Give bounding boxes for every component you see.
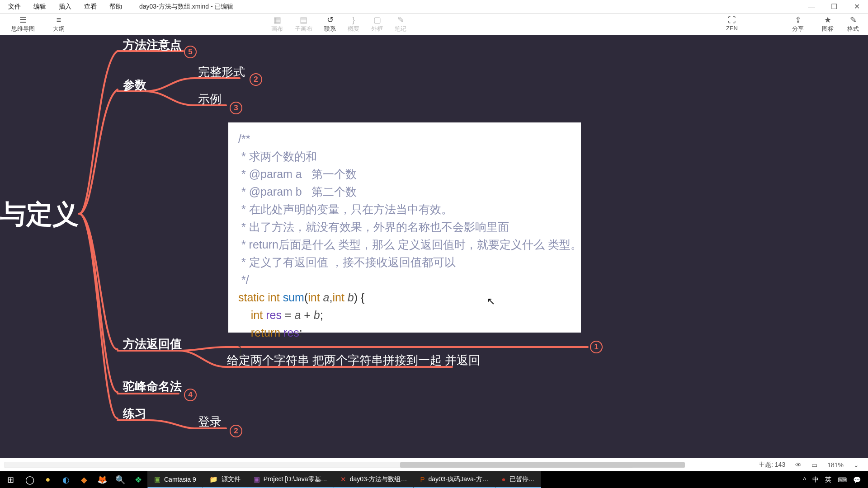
code-preview: /** * 求两个数的和 * @param a 第一个数 * @param b … bbox=[228, 122, 581, 333]
icon-panel-button[interactable]: ★图标 bbox=[822, 16, 834, 33]
zoom-chevron-icon[interactable]: ⌄ bbox=[854, 461, 859, 469]
notifications-icon[interactable]: 💬 bbox=[853, 476, 861, 483]
format-panel-label: 格式 bbox=[847, 25, 859, 33]
visibility-icon[interactable]: 👁 bbox=[795, 461, 802, 469]
share-button[interactable]: ⇪分享 bbox=[792, 16, 804, 33]
mindmap-canvas[interactable]: 与定义 方法注意点 5 参数 完整形式 2 示例 3 方法返回值 1 给定两个字… bbox=[0, 35, 868, 471]
zoom-level[interactable]: 181% bbox=[827, 461, 844, 469]
zen-label: ZEN bbox=[726, 25, 738, 32]
edge-icon[interactable]: ◐ bbox=[57, 475, 75, 485]
firefox-icon[interactable]: 🦊 bbox=[93, 475, 111, 485]
badge-1: 1 bbox=[590, 341, 603, 353]
horizontal-scrollbar[interactable] bbox=[5, 462, 633, 468]
task-ppt-label: day03-疯码Java-方… bbox=[428, 475, 488, 483]
task-folder-label: 源文件 bbox=[222, 475, 241, 483]
ime-en[interactable]: 英 bbox=[825, 476, 831, 484]
zen-button[interactable]: ⛶ZEN bbox=[726, 16, 738, 33]
share-label: 分享 bbox=[792, 25, 804, 33]
node-practice[interactable]: 练习 bbox=[123, 406, 146, 422]
view-mindmap-button[interactable]: ☰思维导图 bbox=[11, 16, 35, 33]
badge-2a: 2 bbox=[250, 73, 262, 86]
tool-boundary[interactable]: ▢外框 bbox=[371, 16, 383, 33]
task-xmind[interactable]: ✕day03-方法与数组… bbox=[334, 471, 414, 488]
task-folder[interactable]: 📁源文件 bbox=[203, 471, 247, 488]
task-camtasia[interactable]: ▣Camtasia 9 bbox=[147, 471, 203, 488]
tool-summary-label: 概要 bbox=[348, 25, 359, 33]
menu-help[interactable]: 帮助 bbox=[109, 3, 122, 11]
badge-5: 5 bbox=[184, 46, 197, 58]
task-rec-label: 已暂停… bbox=[509, 475, 535, 483]
tool-boundary-label: 外框 bbox=[371, 25, 383, 33]
node-camelcase[interactable]: 驼峰命名法 bbox=[123, 379, 182, 394]
menu-edit[interactable]: 编辑 bbox=[33, 3, 46, 11]
node-return[interactable]: 方法返回值 bbox=[123, 336, 182, 352]
tool-subcanvas[interactable]: ▤子画布 bbox=[295, 16, 312, 33]
topic-count-label: 主题: 143 bbox=[759, 461, 785, 469]
task-powerpoint[interactable]: Pday03-疯码Java-方… bbox=[413, 471, 495, 488]
system-tray[interactable]: ^ 中 英 ⌨ 💬 bbox=[796, 476, 868, 484]
root-node[interactable]: 与定义 bbox=[0, 197, 79, 232]
tray-chevron-icon[interactable]: ^ bbox=[803, 476, 806, 483]
window-close-button[interactable]: ✕ bbox=[845, 0, 868, 14]
menu-file[interactable]: 文件 bbox=[8, 3, 21, 11]
tool-relationship[interactable]: ↺联系 bbox=[324, 16, 336, 33]
app-icon-2[interactable]: ❖ bbox=[129, 475, 147, 485]
badge-2b: 2 bbox=[230, 425, 242, 437]
start-button[interactable]: ⊞ bbox=[0, 475, 21, 485]
task-project-label: Project [D:\Java零基… bbox=[264, 475, 327, 483]
tool-canvas-label: 画布 bbox=[271, 25, 283, 33]
view-outline-label: 大纲 bbox=[53, 25, 65, 33]
node-login[interactable]: 登录 bbox=[198, 414, 222, 430]
tool-relationship-label: 联系 bbox=[324, 25, 336, 33]
view-outline-button[interactable]: ≡大纲 bbox=[53, 16, 65, 33]
tool-note[interactable]: ✎笔记 bbox=[395, 16, 406, 33]
badge-4: 4 bbox=[184, 389, 197, 401]
windows-taskbar[interactable]: ⊞ ◯ ● ◐ ◆ 🦊 🔍 ❖ ▣Camtasia 9 📁源文件 ▣Projec… bbox=[0, 471, 868, 488]
tool-summary[interactable]: }概要 bbox=[348, 16, 359, 33]
format-panel-button[interactable]: ✎格式 bbox=[847, 16, 859, 33]
badge-3: 3 bbox=[230, 102, 242, 114]
window-maximize-button[interactable]: ☐ bbox=[823, 0, 845, 14]
icon-panel-label: 图标 bbox=[822, 25, 834, 33]
window-minimize-button[interactable]: — bbox=[800, 0, 823, 14]
status-bar: 主题: 143 👁 ▭ 181% ⌄ bbox=[0, 458, 868, 471]
document-title: day03-方法与数组.xmind - 已编辑 bbox=[130, 3, 233, 11]
node-full-form[interactable]: 完整形式 bbox=[198, 64, 245, 80]
menu-view[interactable]: 查看 bbox=[84, 3, 97, 11]
menu-insert[interactable]: 插入 bbox=[59, 3, 71, 11]
tool-subcanvas-label: 子画布 bbox=[295, 25, 312, 33]
task-xmind-label: day03-方法与数组… bbox=[350, 475, 407, 483]
node-params[interactable]: 参数 bbox=[123, 77, 146, 93]
tool-note-label: 笔记 bbox=[395, 25, 406, 33]
scrollbar-thumb[interactable] bbox=[400, 462, 685, 468]
task-project[interactable]: ▣Project [D:\Java零基… bbox=[247, 471, 334, 488]
tool-canvas[interactable]: ▦画布 bbox=[271, 16, 283, 33]
node-return-child[interactable]: 给定两个字符串 把两个字符串拼接到一起 并返回 bbox=[227, 352, 480, 368]
node-example[interactable]: 示例 bbox=[198, 91, 222, 107]
node-method-notes[interactable]: 方法注意点 bbox=[123, 37, 182, 53]
keyboard-icon[interactable]: ⌨ bbox=[838, 476, 847, 483]
chrome-icon[interactable]: ● bbox=[39, 475, 57, 484]
fit-icon[interactable]: ▭ bbox=[811, 461, 817, 469]
ime-zh[interactable]: 中 bbox=[812, 476, 819, 484]
task-recording[interactable]: ●已暂停… bbox=[495, 471, 541, 488]
cortana-icon[interactable]: ◯ bbox=[21, 475, 39, 485]
app-icon-1[interactable]: ◆ bbox=[75, 475, 93, 485]
view-mindmap-label: 思维导图 bbox=[11, 25, 35, 33]
task-camtasia-label: Camtasia 9 bbox=[164, 476, 196, 483]
search-icon[interactable]: 🔍 bbox=[111, 475, 129, 485]
